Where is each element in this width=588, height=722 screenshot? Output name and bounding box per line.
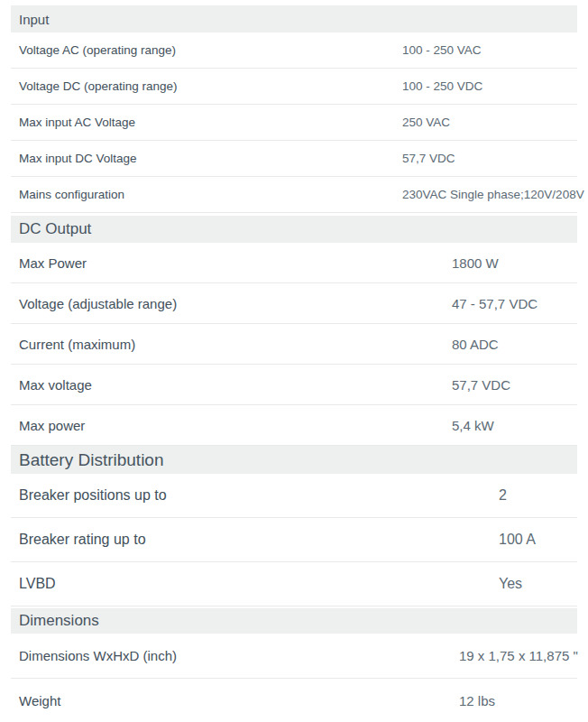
spec-value: 100 - 250 VAC [402,43,482,57]
spec-value: 80 ADC [452,337,499,352]
spec-value: 19 x 1,75 x 11,875 " [459,648,578,663]
spec-label: Max input DC Voltage [19,152,402,165]
table-row: LVBD Yes [11,562,577,606]
spec-value: Yes [499,576,522,592]
table-row: Voltage DC (operating range) 100 - 250 V… [11,69,577,105]
spec-label: LVBD [19,576,499,592]
table-row: Dimensions WxHxD (inch) 19 x 1,75 x 11,8… [11,634,577,679]
table-row: Breaker positions up to 2 [11,474,577,518]
spec-value: 250 VAC [402,116,450,129]
section-title: Dimensions [19,612,99,630]
table-row: Weight 12 lbs [11,679,577,722]
spec-label: Breaker positions up to [19,487,499,504]
spec-label: Breaker rating up to [19,532,499,548]
table-row: Mains configuration 230VAC Single phase;… [11,177,577,213]
table-row: Max input DC Voltage 57,7 VDC [11,141,577,177]
table-row: Voltage AC (operating range) 100 - 250 V… [11,32,577,69]
spec-label: Max power [19,418,452,433]
section-header-dimensions: Dimensions [11,608,577,634]
table-row: Max Power 1800 W [11,243,577,283]
spec-label: Voltage (adjustable range) [19,296,452,311]
table-row: Breaker rating up to 100 A [11,518,577,562]
section-title: Input [19,12,49,27]
table-row: Max power 5,4 kW [11,405,577,446]
spec-label: Dimensions WxHxD (inch) [19,648,459,663]
spec-label: Max input AC Voltage [19,116,402,129]
spec-value: 230VAC Single phase;120V/208V [402,188,584,201]
spec-label: Weight [19,693,459,708]
section-title: Battery Distribution [19,450,164,470]
spec-label: Mains configuration [19,188,402,201]
section-battery-distribution: Battery Distribution Breaker positions u… [11,446,577,606]
table-row: Max voltage 57,7 VDC [11,365,577,405]
spec-value: 100 A [499,532,536,548]
spec-value: 57,7 VDC [402,152,455,165]
spec-value: 57,7 VDC [452,377,510,393]
section-dimensions: Dimensions Dimensions WxHxD (inch) 19 x … [11,608,577,722]
section-title: DC Output [19,220,91,238]
spec-value: 12 lbs [459,693,495,708]
section-dc-output: DC Output Max Power 1800 W Voltage (adju… [11,216,577,446]
spec-value: 47 - 57,7 VDC [452,296,537,311]
section-input: Input Voltage AC (operating range) 100 -… [11,5,577,213]
spec-table: Input Voltage AC (operating range) 100 -… [0,0,588,722]
spec-value: 2 [499,487,507,504]
table-row: Current (maximum) 80 ADC [11,324,577,365]
spec-value: 1800 W [452,255,499,271]
spec-label: Max Power [19,255,452,271]
spec-label: Voltage AC (operating range) [19,43,402,57]
spec-value: 100 - 250 VDC [402,79,482,93]
table-row: Max input AC Voltage 250 VAC [11,105,577,141]
section-header-input: Input [11,5,577,32]
section-header-battery-distribution: Battery Distribution [11,446,577,474]
table-row: Voltage (adjustable range) 47 - 57,7 VDC [11,283,577,324]
spec-value: 5,4 kW [452,418,494,433]
spec-label: Voltage DC (operating range) [19,79,402,93]
spec-label: Max voltage [19,377,452,393]
section-header-dc-output: DC Output [11,216,577,243]
spec-label: Current (maximum) [19,337,452,352]
